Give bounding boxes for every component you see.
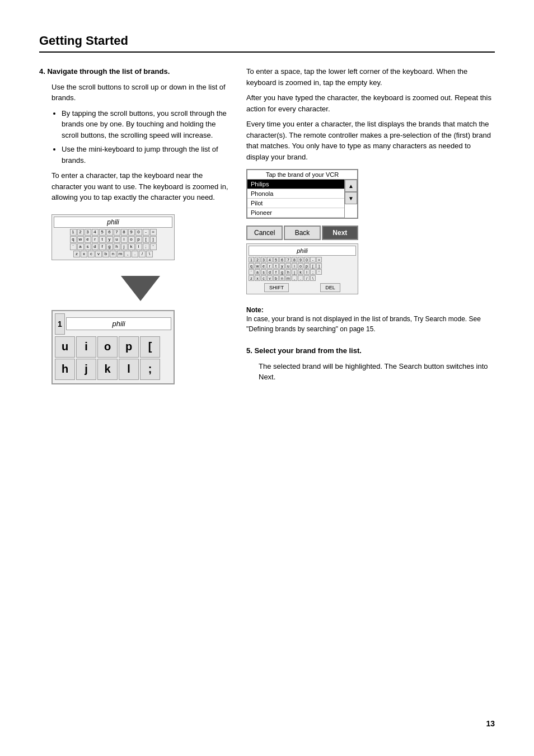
key[interactable]: a — [255, 269, 260, 275]
key[interactable]: r — [267, 263, 273, 269]
key[interactable]: 4 — [267, 257, 273, 262]
key[interactable]: , — [292, 275, 297, 281]
key[interactable]: / — [304, 275, 310, 281]
key[interactable]: h — [285, 269, 291, 275]
key[interactable]: 2 — [255, 257, 260, 262]
key-k[interactable]: k — [97, 359, 118, 380]
del-button[interactable]: DEL — [320, 283, 340, 292]
key[interactable]: = — [316, 257, 322, 262]
key[interactable]: 4 — [92, 229, 99, 236]
key[interactable]: t — [99, 236, 106, 243]
key[interactable]: [ — [310, 263, 316, 269]
key[interactable]: q — [70, 236, 77, 243]
key[interactable]: ` — [249, 269, 254, 275]
key[interactable]: . — [132, 251, 138, 257]
key[interactable]: ; — [143, 243, 149, 250]
key[interactable]: 5 — [273, 257, 279, 262]
key[interactable]: p — [304, 263, 310, 269]
key-o[interactable]: o — [97, 336, 118, 358]
shift-button[interactable]: SHIFT — [264, 283, 289, 292]
key[interactable]: ' — [316, 269, 322, 275]
key[interactable]: w — [255, 263, 260, 269]
key[interactable]: o — [128, 236, 135, 243]
key[interactable]: \ — [146, 251, 153, 257]
key[interactable]: g — [279, 269, 285, 275]
key[interactable]: n — [279, 275, 285, 281]
key-bracket[interactable]: [ — [140, 336, 160, 358]
key[interactable]: ' — [150, 243, 157, 250]
key[interactable]: 3 — [261, 257, 266, 262]
key[interactable]: v — [95, 251, 102, 257]
key[interactable]: x — [81, 251, 87, 257]
key[interactable]: d — [267, 269, 273, 275]
key-i[interactable]: i — [76, 336, 96, 358]
key[interactable]: 7 — [285, 257, 291, 262]
key[interactable]: 6 — [279, 257, 285, 262]
back-button[interactable]: Back — [284, 226, 320, 240]
key[interactable]: i — [121, 236, 128, 243]
key[interactable]: o — [298, 263, 303, 269]
key[interactable]: b — [102, 251, 109, 257]
key-l[interactable]: l — [119, 359, 139, 380]
key[interactable]: u — [285, 263, 291, 269]
key[interactable]: 2 — [77, 229, 84, 236]
key[interactable]: y — [106, 236, 113, 243]
key[interactable]: ; — [310, 269, 316, 275]
key[interactable]: - — [143, 229, 149, 236]
key-h[interactable]: h — [55, 359, 75, 380]
key[interactable]: l — [135, 243, 142, 250]
brand-pilot[interactable]: Pilot — [247, 199, 344, 208]
key[interactable]: 7 — [114, 229, 120, 236]
key[interactable]: s — [85, 243, 91, 250]
key[interactable]: b — [273, 275, 279, 281]
key[interactable]: 8 — [292, 257, 297, 262]
key[interactable]: d — [92, 243, 99, 250]
key-j[interactable]: j — [76, 359, 96, 380]
key[interactable]: p — [135, 236, 142, 243]
key[interactable]: h — [114, 243, 120, 250]
brand-philips[interactable]: Philips — [247, 180, 344, 189]
key[interactable]: ` — [70, 243, 77, 250]
key[interactable]: 6 — [106, 229, 113, 236]
key[interactable]: z — [249, 275, 254, 281]
key[interactable]: y — [279, 263, 285, 269]
key[interactable]: - — [310, 257, 316, 262]
key[interactable]: 5 — [99, 229, 106, 236]
key[interactable]: m — [285, 275, 291, 281]
cancel-button[interactable]: Cancel — [246, 226, 283, 240]
key[interactable]: w — [77, 236, 84, 243]
key[interactable]: r — [92, 236, 99, 243]
scroll-up-button[interactable]: ▲ — [345, 180, 357, 192]
key[interactable]: l — [304, 269, 310, 275]
key[interactable]: k — [298, 269, 303, 275]
key[interactable]: j — [121, 243, 128, 250]
key[interactable]: c — [88, 251, 95, 257]
key[interactable]: c — [261, 275, 266, 281]
key[interactable]: f — [99, 243, 106, 250]
key[interactable]: = — [150, 229, 157, 236]
key[interactable]: i — [292, 263, 297, 269]
key[interactable]: 0 — [135, 229, 142, 236]
key[interactable]: 1 — [70, 229, 77, 236]
key[interactable]: / — [139, 251, 146, 257]
key[interactable]: ] — [316, 263, 322, 269]
brand-phonola[interactable]: Phonola — [247, 189, 344, 199]
key[interactable]: q — [249, 263, 254, 269]
key[interactable]: 1 — [249, 257, 254, 262]
key-p[interactable]: p — [119, 336, 139, 358]
key[interactable]: t — [273, 263, 279, 269]
key[interactable]: 8 — [121, 229, 128, 236]
key[interactable]: u — [114, 236, 120, 243]
key[interactable]: . — [298, 275, 303, 281]
key-semicolon[interactable]: ; — [140, 359, 160, 380]
key[interactable]: e — [85, 236, 91, 243]
key[interactable]: 3 — [85, 229, 91, 236]
key[interactable]: 9 — [298, 257, 303, 262]
scroll-down-button[interactable]: ▼ — [345, 192, 357, 204]
key[interactable]: x — [255, 275, 260, 281]
key[interactable]: 9 — [128, 229, 135, 236]
key[interactable]: k — [128, 243, 135, 250]
key[interactable]: \ — [310, 275, 316, 281]
key[interactable]: , — [124, 251, 131, 257]
key[interactable]: ] — [150, 236, 157, 243]
